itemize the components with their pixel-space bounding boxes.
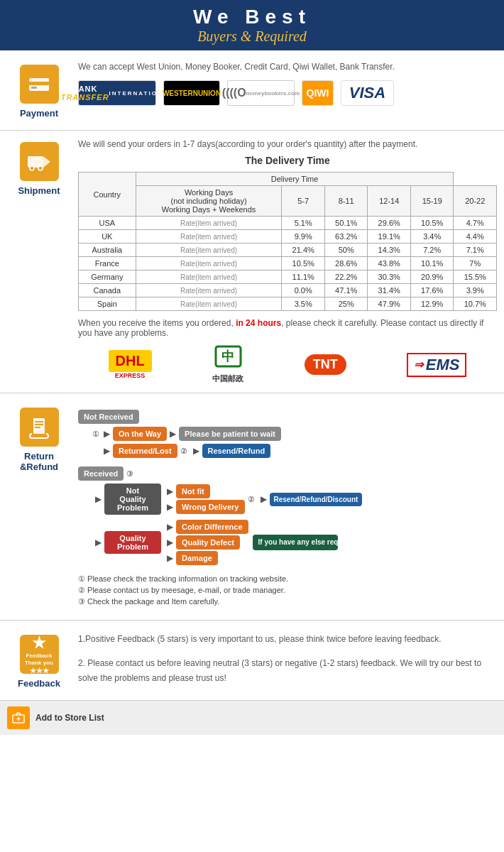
tnt-logo: TNT: [305, 354, 346, 375]
col-57: 5-7: [282, 186, 325, 217]
bottom-bar[interactable]: Add to Store List: [0, 701, 504, 735]
header-title: We Best: [0, 6, 504, 28]
col-delivery-time: Delivery Time: [136, 173, 454, 186]
quality-defect-box: Quality Defect: [176, 535, 240, 550]
svg-rect-9: [33, 418, 45, 434]
received-box: Received: [78, 466, 124, 481]
payment-label: Payment: [20, 108, 58, 119]
table-row: FranceRate(item arrived)10.5%28.6%43.8%1…: [79, 257, 497, 271]
flow-row-received: Received ③: [78, 466, 497, 481]
payment-section: Payment We can accept West Union, Money …: [0, 50, 504, 131]
not-received-box: Not Received: [78, 410, 139, 424]
flow-row-not-quality: ▶ NotQualityProblem ▶ Not fit ▶ Wrong De…: [92, 484, 497, 515]
flow-row-not-received: Not Received: [78, 410, 497, 424]
please-wait-box: Please be patient to wait: [179, 427, 281, 441]
payment-icon: [20, 65, 59, 104]
bank-transfer-logo: BANK TRANSFER INTERNATIONAL: [78, 80, 156, 106]
payment-logos: BANK TRANSFER INTERNATIONAL WESTERN UNIO…: [78, 80, 497, 106]
col-1519: 15-19: [410, 186, 454, 217]
feedback-text2: 2. Please contact us before leaving neut…: [78, 656, 497, 685]
shipment-top: Shipment We will send your orders in 1-7…: [7, 139, 497, 384]
payment-text: We can accept West Union, Money Booker, …: [78, 62, 497, 72]
feedback-icon-area: ★ FeedbackThank you ★★★ Feedback: [7, 632, 71, 689]
not-fit-box: Not fit: [176, 484, 210, 498]
delivery-warning: When you receive the items you ordered, …: [78, 318, 497, 338]
flow-row-returned: ② ▶ Returned/Lost ② ▶ Resend/Refund: [92, 444, 497, 458]
resend-refund-discount-box: Resend/Refund/Discount: [270, 493, 363, 506]
svg-rect-2: [31, 87, 37, 89]
not-quality-box: NotQualityProblem: [104, 484, 161, 515]
shipment-label: Shipment: [18, 185, 60, 196]
flow-diagram: Not Received ① ▶ On the Way ▶ Please be …: [78, 408, 497, 567]
return-refund-label: Return &Refund: [7, 451, 71, 472]
ems-logo: ⇒EMS: [407, 353, 467, 377]
svg-rect-11: [35, 424, 43, 425]
col-2022: 20-22: [454, 186, 497, 217]
on-the-way-box: On the Way: [113, 427, 167, 441]
add-to-store-label: Add to Store List: [35, 713, 104, 723]
shipment-icon-area: Shipment: [7, 139, 71, 196]
col-country: Country: [79, 173, 136, 217]
requirements-box: If you have any else requirements, you c…: [253, 535, 338, 550]
flow-note-1: ① Please check the tracking information …: [78, 574, 497, 584]
dhl-logo: DHL EXPRESS: [109, 350, 152, 379]
return-refund-content: Not Received ① ▶ On the Way ▶ Please be …: [71, 405, 497, 608]
col-811: 8-11: [324, 186, 368, 217]
header-subtitle: Buyers & Required: [0, 28, 504, 48]
feedback-section: ★ FeedbackThank you ★★★ Feedback 1.Posit…: [0, 621, 504, 701]
table-row: UKRate(item arrived)9.9%63.2%19.1%3.4%4.…: [79, 230, 497, 244]
add-to-store-icon: [7, 706, 30, 729]
svg-rect-12: [35, 427, 40, 428]
svg-marker-4: [43, 156, 50, 168]
svg-rect-10: [35, 421, 43, 422]
visa-logo: VISA: [341, 80, 394, 106]
svg-point-5: [30, 166, 34, 170]
table-row: GermanyRate(item arrived)11.1%22.2%30.3%…: [79, 271, 497, 284]
flow-note-3: ③ Check the package and Item carefully.: [78, 597, 497, 606]
chinapost-logo: 中 中国邮政: [212, 345, 244, 384]
feedback-label: Feedback: [18, 678, 60, 689]
feedback-icon: ★ FeedbackThank you ★★★: [20, 635, 59, 674]
flow-notes: ① Please check the tracking information …: [78, 574, 497, 606]
returned-lost-box: Returned/Lost: [113, 444, 177, 458]
table-row: AustraliaRate(item arrived)21.4%50%14.3%…: [79, 244, 497, 257]
page-header: We Best Buyers & Required: [0, 0, 504, 50]
payment-content: We can accept West Union, Money Booker, …: [71, 62, 497, 106]
damage-box: Damage: [176, 551, 218, 565]
moneybookers-logo: ((((O moneybookers.com: [227, 80, 295, 106]
color-diff-box: Color Difference: [176, 520, 248, 534]
shipment-section: Shipment We will send your orders in 1-7…: [0, 131, 504, 393]
delivery-table: Country Delivery Time Working Days(not i…: [78, 172, 497, 311]
qiwi-logo: QIWI: [302, 80, 334, 106]
col-1214: 12-14: [368, 186, 411, 217]
flow-row-quality: ▶ QualityProblem ▶ Color Difference ▶ Qu…: [92, 519, 497, 566]
table-row: CanadaRate(item arrived)0.0%47.1%31.4%17…: [79, 284, 497, 297]
quality-problem-box: QualityProblem: [104, 531, 161, 554]
svg-rect-1: [29, 82, 49, 85]
delivery-title: The Delivery Time: [78, 155, 497, 166]
flow-note-2: ② Please contact us by meesage, e-mail, …: [78, 586, 497, 595]
delivery-note: We will send your orders in 1-7 days(acc…: [78, 139, 497, 149]
return-refund-section: Return &Refund Not Received ① ▶ On the W…: [0, 393, 504, 621]
table-row: USARate(item arrived)5.1%50.1%29.6%10.5%…: [79, 217, 497, 230]
feedback-text1: 1.Positive Feedback (5 stars) is very im…: [78, 632, 497, 646]
return-refund-icon-area: Return &Refund: [7, 405, 71, 472]
flow-row-on-way: ① ▶ On the Way ▶ Please be patient to wa…: [92, 427, 497, 441]
table-row: SpainRate(item arrived)3.5%25%47.9%12.9%…: [79, 297, 497, 311]
shipment-icon: [20, 142, 59, 181]
western-union-logo: WESTERN UNION: [163, 80, 220, 106]
resend-refund-box: Resend/Refund: [202, 444, 271, 458]
col-header-1: Working Days(not including holiday)Worki…: [136, 186, 282, 217]
return-refund-icon: [20, 408, 59, 447]
wrong-delivery-box: Wrong Delivery: [176, 500, 245, 514]
svg-text:中: 中: [221, 349, 234, 364]
shipment-content: We will send your orders in 1-7 days(acc…: [71, 139, 497, 384]
feedback-content: 1.Positive Feedback (5 stars) is very im…: [71, 632, 497, 685]
courier-logos: DHL EXPRESS 中 中国邮政 TNT: [78, 345, 497, 384]
svg-point-6: [38, 166, 43, 170]
